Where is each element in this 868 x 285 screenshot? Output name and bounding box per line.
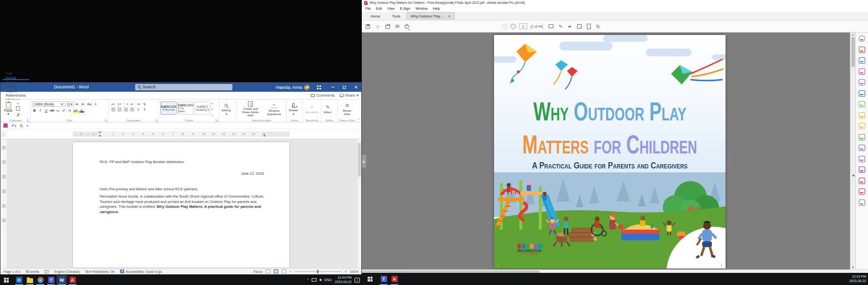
redo-button[interactable]: ↻ bbox=[20, 123, 24, 128]
nav-tab[interactable]: Home bbox=[365, 13, 386, 20]
first-line-indent-marker[interactable] bbox=[99, 132, 102, 134]
acrobat-document-area[interactable]: Why Outdoor Play Matters for Children A … bbox=[362, 33, 868, 269]
print-layout-button[interactable] bbox=[274, 269, 278, 273]
combine-files-icon[interactable] bbox=[859, 112, 865, 118]
status-language[interactable]: English (Canada) bbox=[54, 270, 80, 273]
zoom-out-button[interactable]: − bbox=[289, 270, 291, 273]
clock[interactable]: 12:43 PM 2023-06-22 bbox=[335, 276, 352, 285]
acrobat-vertical-scrollbar[interactable]: ▲ ▼ bbox=[850, 33, 855, 269]
bullets-button[interactable]: •≡ bbox=[110, 101, 116, 107]
ribbon-tab[interactable]: Design bbox=[2, 84, 29, 89]
export-icon[interactable] bbox=[577, 24, 582, 29]
optimize-pdf-icon[interactable] bbox=[859, 90, 865, 97]
language-indicator[interactable]: ENG bbox=[324, 278, 332, 282]
highlight-button[interactable]: ab bbox=[73, 108, 78, 113]
clipboard-dialog-launcher[interactable] bbox=[27, 119, 30, 121]
scroll-down-arrow[interactable]: ▼ bbox=[851, 266, 854, 269]
pdf-page[interactable]: Why Outdoor Play Matters for Children A … bbox=[494, 35, 726, 268]
status-accessibility[interactable]: ♿ Accessibility: Good to go bbox=[120, 269, 162, 273]
justify-button[interactable] bbox=[129, 107, 135, 112]
taskbar-word[interactable]: W bbox=[56, 275, 67, 285]
redact-icon[interactable] bbox=[859, 188, 865, 195]
create-pdf-icon[interactable] bbox=[859, 47, 865, 53]
nav-tab[interactable]: Tools bbox=[386, 13, 407, 20]
menu-item[interactable]: Edit bbox=[376, 7, 382, 10]
reuse-files-button[interactable]: ⧉ Reuse Files bbox=[339, 101, 355, 117]
status-text-predictions[interactable]: Text Predictions: On bbox=[85, 270, 115, 273]
favorite-star-icon[interactable]: ☆ bbox=[375, 24, 380, 29]
clock[interactable]: 12:43 PM 2023-06-22 bbox=[849, 275, 866, 284]
align-left-button[interactable] bbox=[110, 107, 116, 112]
search-zoom-icon[interactable] bbox=[405, 24, 409, 29]
strikethrough-button[interactable]: ab bbox=[50, 108, 54, 113]
request-signatures-button[interactable]: ✒ Request Signatures bbox=[264, 101, 284, 117]
zoom-level[interactable]: 100% bbox=[350, 270, 358, 273]
menu-item[interactable]: Help bbox=[433, 7, 440, 10]
paragraph-dialog-launcher[interactable] bbox=[156, 119, 158, 121]
document-tab[interactable]: Why Outdoor Play ... × bbox=[407, 12, 455, 20]
editing-button[interactable]: Editing ▾ bbox=[221, 101, 231, 117]
taskbar-outlook[interactable]: O bbox=[14, 275, 24, 285]
display-icon[interactable] bbox=[312, 278, 317, 282]
previous-page-button[interactable]: ↑ bbox=[502, 24, 507, 29]
editor-button[interactable]: ✎ Editor bbox=[323, 101, 333, 117]
decrease-indent-button[interactable]: ⇤ bbox=[129, 101, 135, 107]
change-case-button[interactable]: Aa bbox=[87, 102, 92, 107]
collapse-ribbon-button[interactable]: ^ bbox=[358, 118, 359, 121]
cut-button[interactable]: ✂ bbox=[16, 101, 21, 106]
status-word-count[interactable]: 58 words bbox=[26, 270, 39, 273]
start-button[interactable] bbox=[366, 273, 374, 285]
print-production-icon[interactable] bbox=[859, 178, 865, 184]
save-icon[interactable] bbox=[366, 24, 370, 29]
text-effects-button[interactable]: A bbox=[67, 108, 72, 113]
inking-button[interactable] bbox=[302, 83, 313, 92]
protect-icon[interactable] bbox=[859, 145, 865, 151]
taskbar-teams[interactable]: T bbox=[46, 275, 56, 285]
document-page[interactable]: RCE- PP and BAP Outdoor Play Booklet dis… bbox=[73, 142, 289, 268]
font-color-button[interactable]: A bbox=[79, 108, 84, 113]
pdf-standards-icon[interactable] bbox=[859, 156, 865, 162]
edit-pdf-icon[interactable] bbox=[859, 101, 865, 107]
word-search-box[interactable]: Search bbox=[135, 84, 232, 90]
close-tab-button[interactable]: × bbox=[448, 14, 450, 18]
organize-pages-icon[interactable] bbox=[859, 68, 865, 75]
menu-item[interactable]: Window bbox=[415, 7, 427, 10]
menu-item[interactable]: View bbox=[387, 7, 394, 10]
comment-tool-icon[interactable] bbox=[859, 123, 865, 129]
more-tools-icon[interactable] bbox=[859, 200, 865, 206]
comment-bubble-icon[interactable] bbox=[549, 24, 553, 28]
font-dialog-launcher[interactable] bbox=[105, 119, 107, 121]
font-size-select[interactable]: 11 ▾ bbox=[65, 101, 74, 107]
increase-indent-button[interactable]: ⇥ bbox=[135, 101, 142, 107]
subscript-button[interactable]: x₂ bbox=[55, 108, 60, 113]
show-marks-button[interactable]: ¶ bbox=[142, 107, 148, 112]
comments-button[interactable]: Comments bbox=[311, 93, 335, 98]
align-center-button[interactable] bbox=[116, 107, 123, 112]
ribbon-tab[interactable]: References bbox=[2, 93, 29, 98]
ribbon-tab[interactable]: Home bbox=[2, 76, 29, 80]
left-panel-expand-arrow[interactable]: ▶ bbox=[362, 155, 366, 168]
hanging-indent-marker[interactable] bbox=[99, 134, 102, 136]
dictate-button[interactable]: Dictate ▾ bbox=[288, 101, 299, 117]
scrollbar-thumb[interactable] bbox=[358, 143, 361, 177]
paste-button[interactable]: Paste ▾ bbox=[2, 101, 15, 117]
ink-sign-icon[interactable]: ✒ bbox=[568, 24, 572, 29]
format-painter-button[interactable] bbox=[16, 113, 21, 117]
status-page[interactable]: Page 1 of 1 bbox=[3, 270, 20, 273]
taskbar-explorer[interactable] bbox=[24, 275, 35, 285]
zoom-in-button[interactable]: + bbox=[345, 270, 347, 273]
copy-button[interactable] bbox=[16, 107, 21, 111]
undo-button[interactable]: ↶▾ bbox=[11, 123, 17, 128]
print-icon[interactable] bbox=[385, 25, 390, 29]
taskbar-teams[interactable]: T bbox=[378, 273, 389, 285]
web-layout-button[interactable] bbox=[282, 269, 286, 273]
bold-button[interactable]: B bbox=[32, 108, 37, 113]
style-option[interactable]: AaBbC( Heading 1 bbox=[195, 101, 211, 115]
notification-center-icon[interactable]: 2 bbox=[354, 278, 360, 283]
stamp-icon[interactable] bbox=[859, 167, 865, 173]
document-canvas[interactable]: RCE- PP and BAP Outdoor Play Booklet dis… bbox=[0, 139, 361, 268]
scan-ocr-icon[interactable] bbox=[859, 134, 865, 140]
read-mode-button[interactable] bbox=[266, 269, 270, 273]
next-page-button[interactable]: ↓ bbox=[511, 24, 516, 29]
underline-button[interactable]: U bbox=[44, 108, 49, 113]
